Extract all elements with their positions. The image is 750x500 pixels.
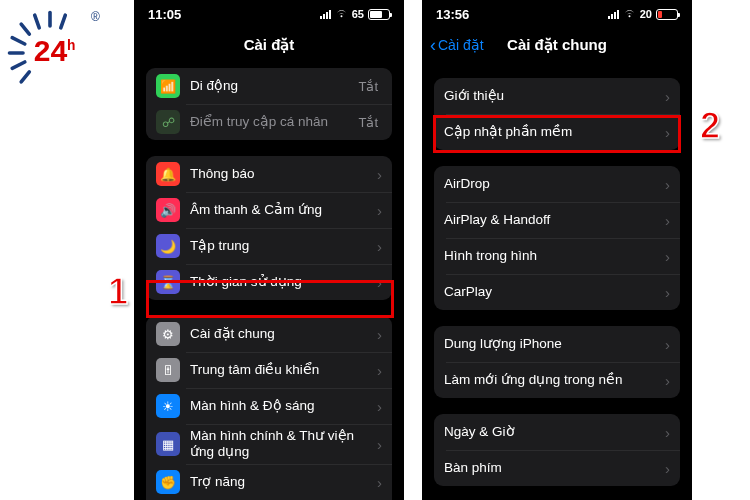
row-datetime[interactable]: Ngày & Giờ › bbox=[434, 414, 680, 450]
svg-line-2 bbox=[21, 24, 29, 34]
row-label: Dung lượng iPhone bbox=[444, 336, 665, 352]
row-hotspot[interactable]: ☍ Điểm truy cập cá nhân Tắt bbox=[146, 104, 392, 140]
row-label: Màn hình chính & Thư viện ứng dụng bbox=[190, 428, 377, 460]
row-label: AirPlay & Handoff bbox=[444, 212, 665, 228]
svg-line-7 bbox=[61, 15, 66, 28]
row-label: Bàn phím bbox=[444, 460, 665, 476]
row-airdrop[interactable]: AirDrop › bbox=[434, 166, 680, 202]
nav-bar: ‹ Cài đặt Cài đặt chung bbox=[422, 28, 692, 62]
chevron-right-icon: › bbox=[665, 424, 670, 441]
row-label: Trợ năng bbox=[190, 474, 377, 490]
row-cellular[interactable]: 📶 Di động Tắt bbox=[146, 68, 392, 104]
row-label: Điểm truy cập cá nhân bbox=[190, 114, 358, 130]
row-general[interactable]: ⚙ Cài đặt chung › bbox=[146, 316, 392, 352]
back-label: Cài đặt bbox=[438, 37, 484, 53]
row-keyboard[interactable]: Bàn phím › bbox=[434, 450, 680, 486]
row-pip[interactable]: Hình trong hình › bbox=[434, 238, 680, 274]
status-bar: 11:05 65 bbox=[134, 0, 404, 28]
svg-line-3 bbox=[12, 38, 25, 44]
chevron-right-icon: › bbox=[665, 88, 670, 105]
hotspot-icon: ☍ bbox=[156, 110, 180, 134]
battery-percent: 65 bbox=[352, 8, 364, 20]
row-label: Trung tâm điều khiển bbox=[190, 362, 377, 378]
row-accessibility[interactable]: ✊ Trợ năng › bbox=[146, 464, 392, 500]
row-label: Giới thiệu bbox=[444, 88, 665, 104]
wifi-icon bbox=[623, 9, 636, 19]
battery-percent: 20 bbox=[640, 8, 652, 20]
row-software-update[interactable]: Cập nhật phần mềm › bbox=[434, 114, 680, 150]
row-value: Tắt bbox=[358, 115, 378, 130]
row-label: Thông báo bbox=[190, 166, 377, 182]
chevron-right-icon: › bbox=[665, 372, 670, 389]
accessibility-icon: ✊ bbox=[156, 470, 180, 494]
antenna-icon: 📶 bbox=[156, 74, 180, 98]
row-screentime[interactable]: ⌛ Thời gian sử dụng › bbox=[146, 264, 392, 300]
row-label: Ngày & Giờ bbox=[444, 424, 665, 440]
annotation-step-1: 1 bbox=[108, 271, 128, 313]
row-homescreen[interactable]: ▦ Màn hình chính & Thư viện ứng dụng › bbox=[146, 424, 392, 464]
chevron-right-icon: › bbox=[377, 474, 382, 491]
row-label: Tập trung bbox=[190, 238, 377, 254]
row-control-center[interactable]: 🎚 Trung tâm điều khiển › bbox=[146, 352, 392, 388]
row-display[interactable]: ☀ Màn hình & Độ sáng › bbox=[146, 388, 392, 424]
row-background-refresh[interactable]: Làm mới ứng dụng trong nền › bbox=[434, 362, 680, 398]
page-title: Cài đặt bbox=[134, 36, 404, 54]
battery-icon bbox=[368, 9, 390, 20]
chevron-right-icon: › bbox=[377, 362, 382, 379]
row-label: AirDrop bbox=[444, 176, 665, 192]
chevron-right-icon: › bbox=[377, 274, 382, 291]
logo-text: 24h bbox=[33, 36, 74, 70]
wifi-icon bbox=[335, 9, 348, 19]
settings-group-network: 📶 Di động Tắt ☍ Điểm truy cập cá nhân Tắ… bbox=[146, 68, 392, 140]
grid-icon: ▦ bbox=[156, 432, 180, 456]
row-label: Cài đặt chung bbox=[190, 326, 377, 342]
row-airplay[interactable]: AirPlay & Handoff › bbox=[434, 202, 680, 238]
row-label: Cập nhật phần mềm bbox=[444, 124, 665, 140]
row-label: Di động bbox=[190, 78, 358, 94]
row-label: Màn hình & Độ sáng bbox=[190, 398, 377, 414]
chevron-left-icon: ‹ bbox=[430, 35, 436, 56]
chevron-right-icon: › bbox=[665, 460, 670, 477]
row-storage[interactable]: Dung lượng iPhone › bbox=[434, 326, 680, 362]
chevron-right-icon: › bbox=[377, 238, 382, 255]
row-label: Làm mới ứng dụng trong nền bbox=[444, 372, 665, 388]
signal-icon bbox=[608, 10, 619, 19]
row-carplay[interactable]: CarPlay › bbox=[434, 274, 680, 310]
chevron-right-icon: › bbox=[665, 248, 670, 265]
battery-icon bbox=[656, 9, 678, 20]
settings-group-general: ⚙ Cài đặt chung › 🎚 Trung tâm điều khiển… bbox=[146, 316, 392, 500]
chevron-right-icon: › bbox=[665, 284, 670, 301]
chevron-right-icon: › bbox=[377, 202, 382, 219]
status-time: 13:56 bbox=[436, 7, 469, 22]
gear-icon: ⚙ bbox=[156, 322, 180, 346]
row-label: Âm thanh & Cảm ứng bbox=[190, 202, 377, 218]
chevron-right-icon: › bbox=[665, 336, 670, 353]
row-sounds[interactable]: 🔊 Âm thanh & Cảm ứng › bbox=[146, 192, 392, 228]
general-group-storage: Dung lượng iPhone › Làm mới ứng dụng tro… bbox=[434, 326, 680, 398]
nav-bar: Cài đặt bbox=[134, 28, 404, 62]
row-notifications[interactable]: 🔔 Thông báo › bbox=[146, 156, 392, 192]
chevron-right-icon: › bbox=[377, 398, 382, 415]
status-time: 11:05 bbox=[148, 7, 181, 22]
chevron-right-icon: › bbox=[665, 212, 670, 229]
hourglass-icon: ⌛ bbox=[156, 270, 180, 294]
brand-logo: 24h ® bbox=[5, 8, 110, 88]
brightness-icon: ☀ bbox=[156, 394, 180, 418]
status-indicators: 20 bbox=[608, 8, 678, 20]
back-button[interactable]: ‹ Cài đặt bbox=[422, 35, 484, 56]
signal-icon bbox=[320, 10, 331, 19]
svg-line-1 bbox=[35, 15, 40, 28]
row-about[interactable]: Giới thiệu › bbox=[434, 78, 680, 114]
svg-line-5 bbox=[12, 62, 25, 68]
right-phone-screen: 13:56 20 ‹ Cài đặt Cài đặt chung Giới th… bbox=[422, 0, 692, 500]
chevron-right-icon: › bbox=[377, 166, 382, 183]
row-label: Thời gian sử dụng bbox=[190, 274, 377, 290]
logo-registered: ® bbox=[91, 10, 100, 24]
general-group-about: Giới thiệu › Cập nhật phần mềm › bbox=[434, 78, 680, 150]
chevron-right-icon: › bbox=[377, 326, 382, 343]
left-phone-screen: 11:05 65 Cài đặt 📶 Di động Tắt ☍ Điểm tr… bbox=[134, 0, 404, 500]
general-group-airdrop: AirDrop › AirPlay & Handoff › Hình trong… bbox=[434, 166, 680, 310]
status-bar: 13:56 20 bbox=[422, 0, 692, 28]
svg-line-6 bbox=[21, 72, 29, 82]
row-focus[interactable]: 🌙 Tập trung › bbox=[146, 228, 392, 264]
